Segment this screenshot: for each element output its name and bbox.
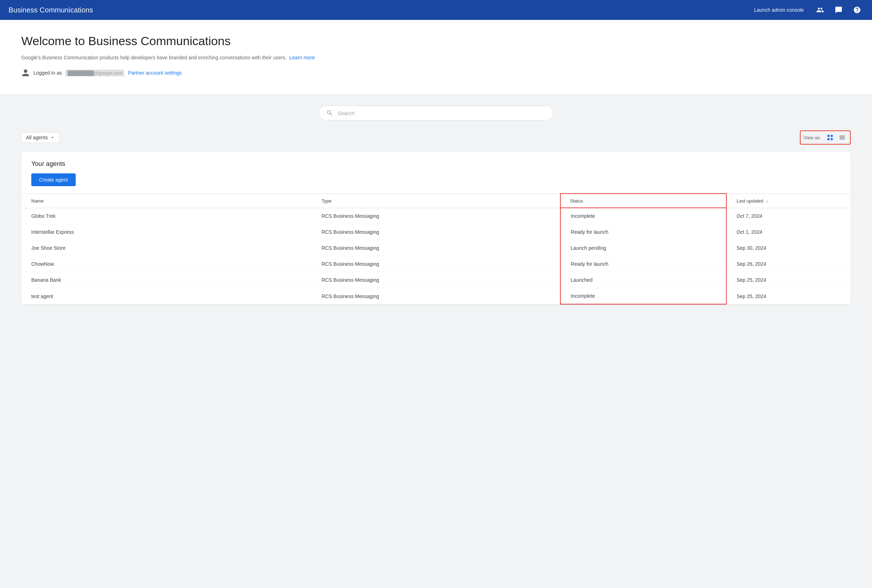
header-left: Business Communications [9,6,93,14]
agent-type-cell: RCS Business Messaging [312,224,560,240]
chat-icon [835,6,842,14]
help-icon [853,6,861,14]
table-row[interactable]: Joe Shoe StoreRCS Business MessagingLaun… [21,240,851,256]
agent-status-cell: Launched [560,272,726,288]
agent-last-updated-cell: Sep 30, 2024 [726,240,851,256]
agent-name-cell: Globo Trek [21,208,312,224]
agent-status-cell: Ready for launch [560,224,726,240]
agent-status-cell: Incomplete [560,208,726,224]
table-row[interactable]: test agentRCS Business MessagingIncomple… [21,288,851,304]
main-content: All agents View as: Your agents Create a… [0,94,872,319]
agent-type-cell: RCS Business Messaging [312,256,560,272]
col-header-last-updated: Last updated ↓ [726,194,851,208]
app-header: Business Communications Launch admin con… [0,0,872,20]
search-icon [326,110,333,117]
search-container [21,105,851,120]
chat-icon-button[interactable] [832,3,845,16]
agent-type-cell: RCS Business Messaging [312,272,560,288]
agent-name-cell: Banana Bank [21,272,312,288]
all-agents-dropdown[interactable]: All agents [21,132,60,143]
col-header-status: Status [560,194,726,208]
people-icon-button[interactable] [814,3,827,16]
view-as-container: View as: [800,130,851,145]
create-agent-button[interactable]: Create agent [31,173,76,186]
app-title: Business Communications [9,6,93,14]
grid-icon [827,134,834,141]
agents-card: Your agents Create agent Name Type Statu… [21,152,851,304]
agent-last-updated-cell: Sep 25, 2024 [726,288,851,304]
partner-account-settings-link[interactable]: Partner account settings [128,70,182,76]
agent-type-cell: RCS Business Messaging [312,208,560,224]
agent-status-cell: Incomplete [560,288,726,304]
agent-status-cell: Ready for launch [560,256,726,272]
list-view-button[interactable] [837,132,847,142]
agent-name-cell: ChowNow [21,256,312,272]
agent-last-updated-cell: Oct 7, 2024 [726,208,851,224]
table-row[interactable]: Globo TrekRCS Business MessagingIncomple… [21,208,851,224]
learn-more-link[interactable]: Learn more [289,55,315,60]
grid-view-button[interactable] [825,132,835,142]
table-row[interactable]: Interstellar ExpressRCS Business Messagi… [21,224,851,240]
hero-description: Google's Business Communication products… [21,54,851,62]
agent-type-cell: RCS Business Messaging [312,240,560,256]
table-row[interactable]: Banana BankRCS Business MessagingLaunche… [21,272,851,288]
agents-table: Name Type Status Last updated ↓ Globo Tr… [21,193,851,304]
launch-admin-console-button[interactable]: Launch admin console [750,4,808,16]
agent-last-updated-cell: Sep 26, 2024 [726,256,851,272]
hero-user-info: Logged in as ████████@google.com Partner… [21,69,851,77]
account-icon [21,69,30,77]
help-icon-button[interactable] [851,3,863,16]
table-row[interactable]: ChowNowRCS Business MessagingReady for l… [21,256,851,272]
sort-icon: ↓ [766,199,768,204]
agent-status-cell: Launch pending [560,240,726,256]
hero-section: Welcome to Business Communications Googl… [0,20,872,94]
people-icon [816,6,824,14]
col-header-name: Name [21,194,312,208]
hero-title: Welcome to Business Communications [21,34,851,48]
user-email: ████████@google.com [65,70,125,76]
agent-last-updated-cell: Oct 1, 2024 [726,224,851,240]
col-header-type: Type [312,194,560,208]
logged-in-label: Logged in as [33,70,62,76]
list-icon [839,134,846,141]
agent-type-cell: RCS Business Messaging [312,288,560,304]
search-bar [319,105,553,120]
agent-name-cell: Interstellar Express [21,224,312,240]
search-input[interactable] [338,110,546,116]
chevron-down-icon [50,135,56,140]
table-header-row: Name Type Status Last updated ↓ [21,194,851,208]
agents-card-header: Your agents Create agent [21,152,851,193]
agents-section-title: Your agents [31,160,841,168]
agent-name-cell: test agent [21,288,312,304]
agent-name-cell: Joe Shoe Store [21,240,312,256]
filter-bar: All agents View as: [21,130,851,145]
all-agents-label: All agents [26,135,48,140]
agent-last-updated-cell: Sep 25, 2024 [726,272,851,288]
header-right: Launch admin console [750,3,863,16]
view-as-label: View as: [803,135,821,140]
